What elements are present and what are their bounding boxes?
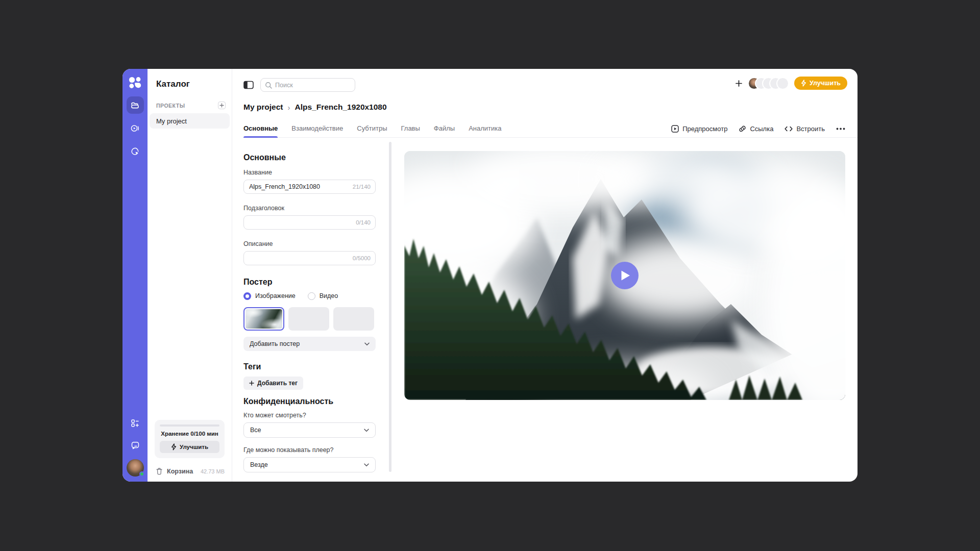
poster-thumb-empty[interactable]: [333, 307, 374, 331]
catalog-panel: Каталог ПРОЕКТЫ My project Хранение 0/10…: [148, 69, 232, 482]
main-area: Улучшить My project › Alps_French_1920x1…: [232, 69, 857, 482]
storage-card: Хранение 0/100 мин Улучшить: [155, 420, 225, 458]
section-title-privacy: Конфиденциальность: [243, 397, 376, 406]
upgrade-button[interactable]: Улучшить: [794, 77, 847, 90]
member-avatar-placeholder: [777, 78, 788, 89]
search-icon: [265, 82, 272, 89]
add-tag-label: Добавить тег: [257, 380, 298, 387]
storage-improve-label: Улучшить: [180, 444, 208, 450]
search-box[interactable]: [260, 78, 355, 92]
poster-type-radios: Изображение Видео: [243, 292, 376, 300]
storage-improve-button[interactable]: Улучшить: [160, 441, 219, 453]
sidebar-item-live[interactable]: [127, 119, 144, 137]
app-window: Каталог ПРОЕКТЫ My project Хранение 0/10…: [122, 69, 857, 482]
radio-selected-icon: [243, 292, 251, 300]
broadcast-play-icon: [130, 123, 140, 133]
sidebar-item-record[interactable]: [127, 142, 144, 160]
kinescope-logo-icon[interactable]: [128, 76, 142, 90]
tab-label: Основные: [243, 124, 278, 132]
tab-files[interactable]: Файлы: [434, 119, 455, 137]
tab-interaction[interactable]: Взаимодействие: [291, 119, 343, 137]
poster-thumbnails: [243, 307, 376, 331]
tab-label: Субтитры: [357, 124, 387, 132]
user-avatar[interactable]: [127, 459, 144, 477]
section-title-poster: Постер: [243, 278, 376, 287]
chevron-down-icon: [364, 342, 370, 346]
where-player-select[interactable]: Везде: [243, 457, 376, 472]
upgrade-label: Улучшить: [810, 80, 841, 87]
embed-button[interactable]: Встроить: [785, 125, 825, 133]
sidebar-bottom-group: [127, 408, 144, 482]
tab-label: Аналитика: [469, 124, 501, 132]
tab-analytics[interactable]: Аналитика: [469, 119, 501, 137]
play-square-icon: [671, 125, 679, 133]
tab-label: Главы: [401, 124, 420, 132]
desktop-background: Каталог ПРОЕКТЫ My project Хранение 0/10…: [0, 0, 980, 551]
play-icon: [621, 270, 631, 281]
tab-label: Файлы: [434, 124, 455, 132]
more-button[interactable]: [836, 128, 845, 130]
trash-size: 42.73 MB: [201, 468, 225, 474]
name-label: Название: [243, 168, 376, 177]
sidebar-item-catalog[interactable]: [127, 96, 144, 114]
description-label: Описание: [243, 240, 376, 248]
breadcrumb-project[interactable]: My project: [243, 103, 283, 112]
who-can-watch-label: Кто может смотреть?: [243, 411, 376, 419]
add-tag-button[interactable]: Добавить тег: [243, 377, 303, 390]
add-poster-dropdown[interactable]: Добавить постер: [243, 337, 376, 351]
poster-thumb-empty[interactable]: [288, 307, 329, 331]
trash-icon: [156, 467, 163, 475]
poster-thumb-selected[interactable]: [243, 307, 284, 331]
video-player[interactable]: [404, 151, 845, 400]
link-button[interactable]: Ссылка: [739, 125, 773, 133]
play-button[interactable]: [611, 262, 639, 289]
chevron-down-icon: [364, 429, 369, 432]
code-icon: [785, 126, 793, 132]
plus-icon: [219, 103, 224, 108]
grid-plus-icon: [131, 419, 139, 428]
projects-header: ПРОЕКТЫ: [156, 102, 226, 109]
radio-image-label: Изображение: [255, 292, 296, 299]
subtitle-label: Подзаголовок: [243, 204, 376, 212]
plus-icon: [249, 381, 254, 386]
radio-image[interactable]: Изображение: [243, 292, 296, 300]
section-title-main: Основные: [243, 153, 376, 162]
search-input[interactable]: [275, 82, 341, 89]
bolt-icon: [171, 443, 177, 450]
link-icon: [739, 125, 746, 133]
tab-chapters[interactable]: Главы: [401, 119, 420, 137]
topbar-left: [243, 78, 355, 92]
breadcrumb-separator: ›: [288, 103, 290, 112]
record-circle-icon: [130, 146, 140, 156]
storage-label: Хранение 0/100 мин: [160, 431, 219, 437]
radio-unselected-icon: [308, 292, 315, 300]
embed-label: Встроить: [796, 125, 825, 133]
invite-member-button[interactable]: [733, 78, 744, 88]
bolt-icon: [801, 80, 806, 87]
more-dots-icon: [836, 128, 845, 130]
sidebar-item-my-project[interactable]: My project: [150, 113, 230, 129]
tab-main[interactable]: Основные: [243, 119, 278, 137]
chat-bubble-icon: [131, 441, 140, 450]
radio-video-label: Видео: [320, 292, 338, 299]
form-scrollbar[interactable]: [389, 142, 391, 472]
preview-label: Предпросмотр: [682, 125, 727, 133]
apps-add-button[interactable]: [128, 415, 143, 431]
name-counter: 21/140: [353, 184, 371, 190]
preview-button[interactable]: Предпросмотр: [671, 125, 727, 133]
tab-subtitles[interactable]: Субтитры: [357, 119, 387, 137]
section-title-tags: Теги: [243, 362, 376, 371]
radio-video[interactable]: Видео: [308, 292, 338, 300]
collapse-sidebar-icon[interactable]: [243, 81, 254, 89]
link-label: Ссылка: [750, 125, 773, 133]
support-chat-button[interactable]: [128, 438, 143, 453]
add-poster-label: Добавить постер: [250, 340, 300, 347]
breadcrumb-current: Alps_French_1920x1080: [295, 103, 387, 112]
projects-label: ПРОЕКТЫ: [156, 103, 185, 109]
add-project-button[interactable]: [218, 102, 226, 109]
where-player-value: Везде: [250, 461, 268, 468]
team-avatars[interactable]: [749, 78, 788, 89]
tab-label: Взаимодействие: [291, 124, 343, 132]
trash-row[interactable]: Корзина 42.73 MB: [156, 467, 225, 475]
who-can-watch-select[interactable]: Все: [243, 422, 376, 438]
